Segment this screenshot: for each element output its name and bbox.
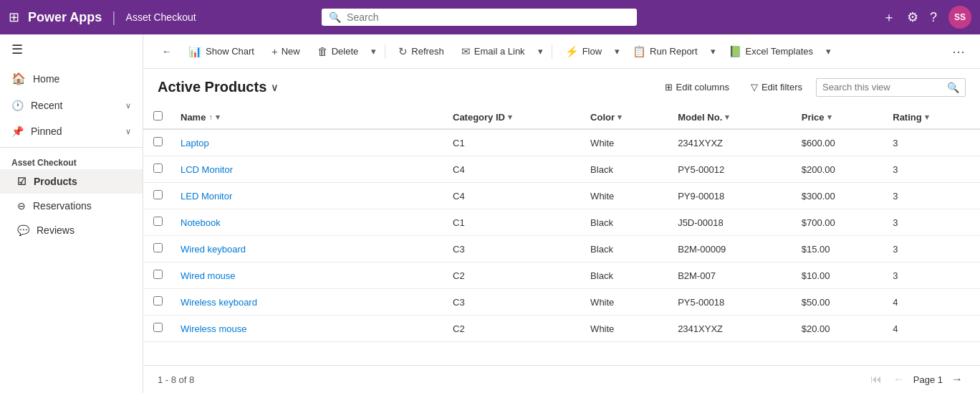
name-dropdown-icon[interactable]: ▾ bbox=[216, 113, 220, 122]
row-checkbox[interactable] bbox=[153, 243, 163, 252]
row-checkbox[interactable] bbox=[153, 137, 163, 146]
row-checkbox[interactable] bbox=[153, 190, 163, 199]
name-col-header[interactable]: Name ↑ ▾ bbox=[172, 105, 444, 129]
checkbox-col-header[interactable] bbox=[143, 105, 172, 129]
email-link-button[interactable]: ✉ Email a Link bbox=[454, 42, 532, 62]
product-name-link[interactable]: Wireless keyboard bbox=[181, 297, 257, 308]
name-cell[interactable]: LCD Monitor bbox=[172, 156, 444, 183]
settings-button[interactable]: ⚙ bbox=[907, 9, 918, 25]
excel-chevron[interactable]: ▾ bbox=[823, 42, 834, 60]
run-report-chevron[interactable]: ▾ bbox=[708, 42, 719, 60]
flow-chevron[interactable]: ▾ bbox=[612, 42, 623, 60]
global-search-bar[interactable]: 🔍 bbox=[322, 9, 637, 26]
product-name-link[interactable]: Wired mouse bbox=[181, 270, 236, 281]
table-footer: 1 - 8 of 8 ⏮ ← Page 1 → bbox=[143, 365, 980, 393]
sidebar-item-products[interactable]: ☑ Products bbox=[0, 169, 143, 194]
row-checkbox[interactable] bbox=[153, 164, 163, 173]
product-name-link[interactable]: Wired keyboard bbox=[181, 244, 246, 255]
category-col-label: Category ID bbox=[453, 112, 505, 123]
name-cell[interactable]: Wired keyboard bbox=[172, 236, 444, 262]
help-button[interactable]: ? bbox=[930, 10, 937, 25]
edit-columns-icon: ⊞ bbox=[665, 82, 673, 93]
product-name-link[interactable]: LCD Monitor bbox=[181, 164, 233, 175]
row-checkbox-cell[interactable] bbox=[143, 183, 172, 209]
product-name-link[interactable]: Notebook bbox=[181, 217, 221, 228]
back-button[interactable]: ← bbox=[155, 42, 178, 60]
waffle-icon[interactable]: ⊞ bbox=[9, 9, 19, 25]
more-options-button[interactable]: ⋯ bbox=[948, 40, 969, 63]
product-name-link[interactable]: Wireless mouse bbox=[181, 323, 246, 334]
user-avatar[interactable]: SS bbox=[948, 6, 971, 29]
sidebar-item-recent[interactable]: 🕐 Recent ∨ bbox=[0, 93, 143, 118]
search-view-box[interactable]: 🔍 bbox=[816, 78, 966, 97]
row-checkbox-cell[interactable] bbox=[143, 129, 172, 156]
name-cell[interactable]: LED Monitor bbox=[172, 183, 444, 209]
delete-icon: 🗑 bbox=[317, 45, 328, 57]
model-col-header[interactable]: Model No. ▾ bbox=[669, 105, 793, 129]
table-row: Wireless mouse C2 White 2341XYXZ $20.00 … bbox=[143, 316, 980, 342]
first-page-button[interactable]: ⏮ bbox=[868, 371, 885, 387]
category-col-header[interactable]: Category ID ▾ bbox=[444, 105, 582, 129]
row-checkbox[interactable] bbox=[153, 323, 163, 332]
run-report-button[interactable]: 📋 Run Report bbox=[625, 42, 704, 62]
row-checkbox[interactable] bbox=[153, 270, 163, 279]
view-title-dropdown[interactable]: ∨ bbox=[271, 82, 278, 93]
sidebar-item-home[interactable]: 🏠 Home bbox=[0, 65, 143, 93]
email-chevron[interactable]: ▾ bbox=[535, 42, 546, 60]
price-col-header[interactable]: Price ▾ bbox=[793, 105, 885, 129]
next-page-button[interactable]: → bbox=[948, 371, 966, 387]
nav-separator: | bbox=[112, 9, 115, 26]
row-checkbox[interactable] bbox=[153, 217, 163, 226]
price-dropdown-icon[interactable]: ▾ bbox=[827, 113, 832, 122]
flow-button[interactable]: ⚡ Flow bbox=[558, 42, 609, 62]
name-cell[interactable]: Wired mouse bbox=[172, 262, 444, 289]
new-button[interactable]: + New bbox=[264, 42, 307, 61]
product-name-link[interactable]: LED Monitor bbox=[181, 191, 232, 202]
price-cell: $15.00 bbox=[793, 236, 885, 262]
name-sort-icon: ↑ bbox=[208, 113, 213, 121]
global-search-input[interactable] bbox=[347, 11, 630, 23]
search-view-input[interactable] bbox=[822, 82, 943, 93]
row-checkbox-cell[interactable] bbox=[143, 236, 172, 262]
row-checkbox-cell[interactable] bbox=[143, 156, 172, 183]
show-chart-button[interactable]: 📊 Show Chart bbox=[181, 42, 261, 62]
email-icon: ✉ bbox=[461, 45, 471, 58]
product-name-link[interactable]: Laptop bbox=[181, 138, 209, 148]
rating-dropdown-icon[interactable]: ▾ bbox=[925, 113, 929, 122]
delete-button[interactable]: 🗑 Delete bbox=[310, 42, 366, 61]
sidebar-item-reservations[interactable]: ⊖ Reservations bbox=[0, 194, 143, 218]
pinned-icon: 📌 bbox=[11, 126, 24, 137]
add-button[interactable]: ＋ bbox=[883, 9, 895, 26]
table-row: Wireless keyboard C3 White PY5-00018 $50… bbox=[143, 289, 980, 316]
email-link-label: Email a Link bbox=[474, 46, 525, 57]
name-cell[interactable]: Wireless keyboard bbox=[172, 289, 444, 316]
select-all-checkbox[interactable] bbox=[153, 111, 163, 120]
edit-columns-button[interactable]: ⊞ Edit columns bbox=[657, 77, 737, 97]
color-cell: Black bbox=[582, 236, 669, 262]
name-cell[interactable]: Wireless mouse bbox=[172, 316, 444, 342]
row-checkbox[interactable] bbox=[153, 296, 163, 306]
excel-templates-button[interactable]: 📗 Excel Templates bbox=[721, 42, 820, 62]
delete-chevron[interactable]: ▾ bbox=[368, 42, 379, 60]
category-cell: C2 bbox=[444, 262, 582, 289]
name-cell[interactable]: Laptop bbox=[172, 129, 444, 156]
name-cell[interactable]: Notebook bbox=[172, 209, 444, 236]
category-dropdown-icon[interactable]: ▾ bbox=[508, 113, 512, 122]
row-checkbox-cell[interactable] bbox=[143, 289, 172, 316]
sidebar-item-reviews[interactable]: 💬 Reviews bbox=[0, 218, 143, 242]
global-search-icon: 🔍 bbox=[329, 11, 341, 23]
rating-col-header[interactable]: Rating ▾ bbox=[884, 105, 980, 129]
edit-filters-button[interactable]: ▽ Edit filters bbox=[743, 77, 810, 97]
model-dropdown-icon[interactable]: ▾ bbox=[725, 113, 729, 122]
row-checkbox-cell[interactable] bbox=[143, 209, 172, 236]
color-dropdown-icon[interactable]: ▾ bbox=[618, 113, 622, 122]
sidebar-item-pinned[interactable]: 📌 Pinned ∨ bbox=[0, 118, 143, 144]
row-checkbox-cell[interactable] bbox=[143, 316, 172, 342]
row-checkbox-cell[interactable] bbox=[143, 262, 172, 289]
toolbar-sep-2 bbox=[552, 44, 552, 59]
refresh-button[interactable]: ↻ Refresh bbox=[391, 42, 451, 62]
color-col-header[interactable]: Color ▾ bbox=[582, 105, 669, 129]
sidebar-toggle[interactable]: ☰ bbox=[0, 34, 143, 65]
chart-icon: 📊 bbox=[188, 45, 202, 58]
prev-page-button[interactable]: ← bbox=[890, 371, 908, 387]
